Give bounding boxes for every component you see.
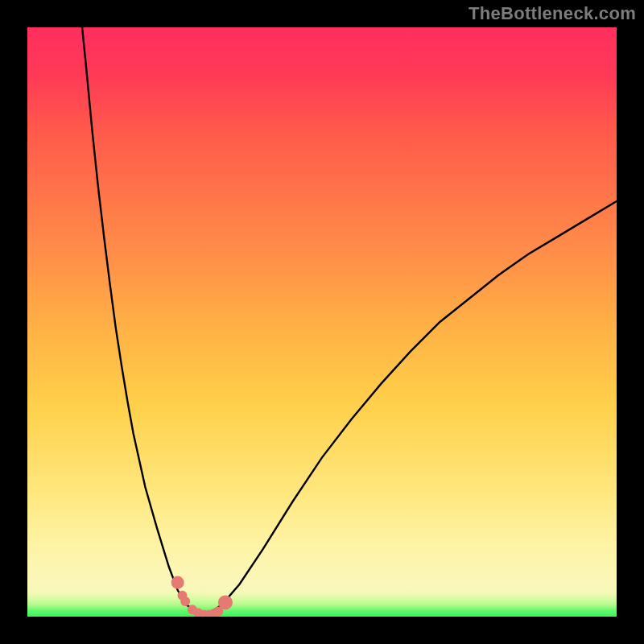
watermark-text: TheBottleneck.com (469, 3, 636, 24)
right-curve (204, 201, 617, 617)
marker-group (171, 576, 233, 617)
marker-point (180, 597, 190, 606)
marker-point (171, 576, 184, 589)
plot-area (27, 27, 617, 617)
chart-frame: TheBottleneck.com (0, 0, 644, 644)
left-curve (82, 27, 204, 617)
marker-point (218, 595, 233, 609)
curves-svg (27, 27, 617, 617)
